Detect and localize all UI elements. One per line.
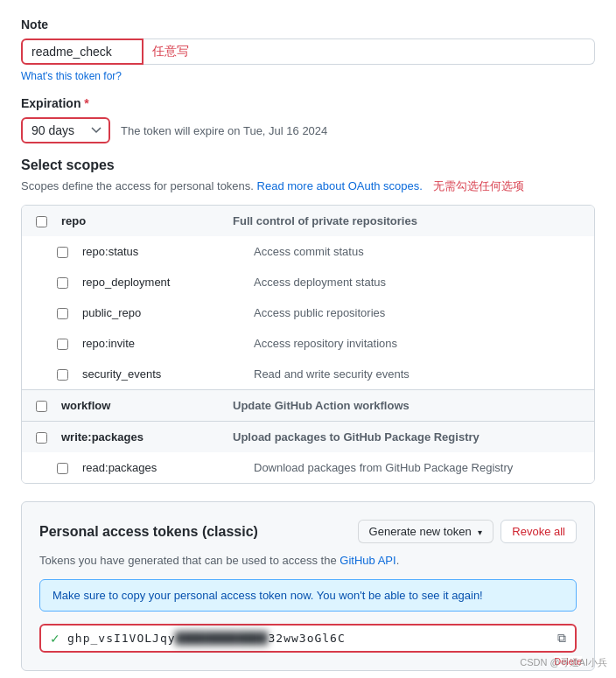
scope-name-repo-invite: repo:invite — [82, 337, 240, 350]
token-prefix: ghp_vsI1VOLJqy — [67, 632, 176, 645]
scope-name-read-packages: read:packages — [82, 461, 240, 474]
expiration-row: 7 days 30 days 60 days 90 days Custom...… — [21, 117, 595, 143]
note-row: 任意写 — [21, 38, 595, 65]
scope-group-repo: repo Full control of private repositorie… — [22, 206, 594, 390]
scope-name-repo-deployment: repo_deployment — [82, 276, 240, 289]
scope-row-repo-main: repo Full control of private repositorie… — [22, 206, 594, 236]
scope-desc-repo-status: Access commit status — [254, 245, 580, 258]
scope-row-workflow-main: workflow Update GitHub Action workflows — [22, 390, 594, 421]
scope-name-write-packages: write:packages — [61, 430, 219, 444]
token-blurred: ████████████ — [176, 632, 269, 645]
note-label: Note — [21, 17, 595, 31]
scope-row-repo-status: repo:status Access commit status — [22, 236, 594, 267]
note-section: Note 任意写 What's this token for? — [21, 17, 595, 82]
scope-checkbox-write-packages[interactable] — [36, 432, 47, 444]
scope-checkbox-repo-invite[interactable] — [57, 339, 68, 350]
scope-row-repo-deployment: repo_deployment Access deployment status — [22, 267, 594, 297]
scope-row-write-packages-main: write:packages Upload packages to GitHub… — [22, 422, 594, 452]
expiration-label: Expiration * — [21, 96, 595, 110]
scope-checkbox-public-repo[interactable] — [57, 308, 68, 319]
scopes-table: repo Full control of private repositorie… — [21, 205, 595, 484]
scope-checkbox-repo-deployment[interactable] — [57, 277, 68, 289]
scope-desc-write-packages: Upload packages to GitHub Package Regist… — [233, 430, 580, 444]
github-api-link[interactable]: GitHub API — [340, 554, 396, 567]
scope-desc-read-packages: Download packages from GitHub Package Re… — [254, 461, 580, 474]
expiration-info: The token will expire on Tue, Jul 16 202… — [121, 124, 327, 137]
scope-checkbox-security-events[interactable] — [57, 369, 68, 381]
token-end: 32ww3oGl6C — [269, 632, 346, 645]
scope-checkbox-repo-status[interactable] — [57, 247, 68, 258]
whats-this-link[interactable]: What's this token for? — [21, 70, 122, 82]
scope-checkbox-workflow[interactable] — [36, 401, 47, 412]
copy-icon[interactable]: ⧉ — [557, 631, 566, 646]
oauth-scopes-link[interactable]: Read more about OAuth scopes. — [257, 179, 423, 192]
scope-checkbox-read-packages[interactable] — [57, 463, 68, 474]
scope-desc-repo: Full control of private repositories — [233, 214, 580, 227]
scope-group-workflow: workflow Update GitHub Action workflows — [22, 390, 594, 422]
expiration-section: Expiration * 7 days 30 days 60 days 90 d… — [21, 96, 595, 143]
scope-desc-security-events: Read and write security events — [254, 367, 580, 381]
scope-name-repo-status: repo:status — [82, 245, 240, 258]
dropdown-arrow-icon: ▾ — [478, 528, 482, 537]
token-value: ghp_vsI1VOLJqy████████████32ww3oGl6C — [67, 632, 550, 645]
scope-checkbox-repo[interactable] — [36, 216, 47, 227]
pat-actions: Generate new token ▾ Revoke all — [358, 520, 577, 543]
scope-name-security-events: security_events — [82, 367, 240, 381]
scopes-description: Scopes define the access for personal to… — [21, 178, 595, 194]
required-star: * — [84, 96, 88, 110]
pat-header: Personal access tokens (classic) Generat… — [39, 520, 577, 543]
token-check-icon: ✓ — [50, 632, 60, 646]
scope-row-read-packages: read:packages Download packages from Git… — [22, 452, 594, 483]
scope-group-write-packages: write:packages Upload packages to GitHub… — [22, 422, 594, 483]
alert-box: Make sure to copy your personal access t… — [39, 579, 577, 612]
token-row: ✓ ghp_vsI1VOLJqy████████████32ww3oGl6C ⧉… — [39, 624, 577, 653]
scopes-title: Select scopes — [21, 157, 595, 173]
generate-token-button[interactable]: Generate new token ▾ — [358, 520, 494, 543]
scope-row-security-events: security_events Read and write security … — [22, 359, 594, 389]
scope-name-repo: repo — [61, 214, 219, 227]
page-container: Note 任意写 What's this token for? Expirati… — [0, 0, 616, 678]
scopes-section: Select scopes Scopes define the access f… — [21, 157, 595, 484]
note-input[interactable] — [21, 38, 144, 65]
pat-section: Personal access tokens (classic) Generat… — [21, 501, 595, 671]
what-this-for: What's this token for? — [21, 70, 595, 82]
scope-name-public-repo: public_repo — [82, 306, 240, 319]
scope-desc-workflow: Update GitHub Action workflows — [233, 399, 580, 412]
pat-description: Tokens you have generated that can be us… — [39, 554, 577, 567]
no-select-note: 无需勾选任何选项 — [433, 179, 524, 192]
expiration-select[interactable]: 7 days 30 days 60 days 90 days Custom... — [21, 117, 110, 143]
note-placeholder: 任意写 — [144, 38, 595, 65]
scope-row-repo-invite: repo:invite Access repository invitation… — [22, 328, 594, 359]
watermark: CSDN @寻道AI小兵 — [520, 656, 607, 669]
revoke-all-button[interactable]: Revoke all — [500, 520, 577, 543]
scope-desc-repo-invite: Access repository invitations — [254, 337, 580, 350]
scope-name-workflow: workflow — [61, 399, 219, 412]
pat-title: Personal access tokens (classic) — [39, 524, 258, 540]
scope-desc-public-repo: Access public repositories — [254, 306, 580, 319]
scope-row-public-repo: public_repo Access public repositories — [22, 297, 594, 328]
scope-desc-repo-deployment: Access deployment status — [254, 276, 580, 289]
